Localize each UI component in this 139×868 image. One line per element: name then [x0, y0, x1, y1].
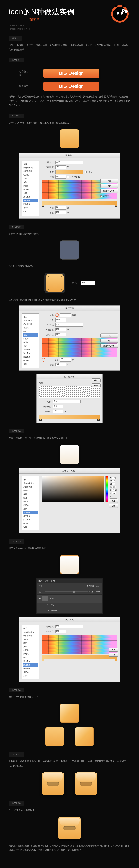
tab-channels[interactable]: 通道	[45, 580, 49, 582]
compare-label-gradient: 渐变色填充	[19, 70, 30, 76]
gradient-editor-bar[interactable]	[42, 200, 117, 205]
cancel-button[interactable]: 取消	[109, 653, 118, 656]
page-subtitle: （渐变篇）	[9, 18, 61, 22]
cancel-button[interactable]: 取消	[109, 504, 118, 508]
logo-flat-demo: BIG Design	[44, 82, 99, 91]
step-tag: STEP 06	[9, 688, 24, 692]
color-picker-panel: 拾色器（纯色） 样式混合选项:默认斜面和浮雕 等高线纹理描边 内阴影内发光光泽 …	[19, 468, 120, 533]
intro-text: 折乱，UI设计师，分享了一种常成风格，个做过细致的考察，但以观察而言，无论是手机…	[9, 43, 130, 52]
step3-text: 刻制一个图形，随便行个颜色。	[9, 232, 130, 236]
step1-text: 简单解，其实所谓渐变于是这用相类渐变色彩中车，无论界面其他设计元，清精组还是纯中…	[9, 95, 130, 107]
blend-mode-select[interactable]: 正常	[55, 161, 83, 164]
gradient-stops[interactable]	[39, 414, 100, 419]
author-meta: New helloworld10Home helloworld.com.cm	[9, 24, 130, 30]
color-field[interactable]	[42, 476, 104, 502]
intro-tag: 写在前	[9, 36, 22, 41]
cancel-button[interactable]: 取消	[101, 184, 118, 188]
gradient-editor-panel: 渐变编辑器 预设 名称:自定 渐变类型:实底 平滑度:100% 确定 取消	[36, 374, 103, 423]
fill-input[interactable]: 0%	[81, 281, 95, 285]
logo-gradient-demo: BIG Design	[44, 69, 99, 78]
step-tag: STEP 02	[9, 114, 24, 118]
visibility-icon[interactable]: 👁	[39, 597, 41, 600]
step-tag: STEP 03	[9, 225, 24, 229]
cancel-button[interactable]: 取消	[101, 339, 118, 343]
new-style-button[interactable]: 新建样式(W)...	[101, 189, 118, 193]
icon-demo-frame	[45, 273, 65, 293]
step-tag: STEP 05	[9, 539, 24, 544]
icon-variant	[75, 727, 94, 746]
scale-input[interactable]: 100	[55, 211, 66, 214]
icon-demo-bordered	[60, 555, 79, 574]
icon-final-v2	[75, 772, 97, 795]
step-tag: STEP 01	[9, 58, 24, 62]
style-list[interactable]: 样式混合选项:默认斜面和浮雕 等高线纹理描边 内阴影内发光光泽 颜色叠加渐变叠加…	[22, 161, 39, 216]
eye-icon[interactable]: 👁	[47, 604, 49, 606]
layer-thumbnail	[42, 596, 48, 601]
icon-demo-highlight	[60, 445, 79, 464]
style-select[interactable]: 线性	[55, 175, 66, 179]
hue-slider[interactable]	[106, 476, 108, 502]
icon-variant	[45, 727, 64, 746]
icon-demo-base	[60, 129, 79, 148]
position-select[interactable]: 外部	[55, 318, 66, 322]
tab-paths[interactable]: 路径	[51, 580, 55, 582]
ok-button[interactable]: 确定	[109, 499, 118, 503]
tab-layers[interactable]: 图层	[38, 580, 42, 582]
size-input[interactable]: 3	[60, 313, 71, 317]
layer-style-panel-stroke: 图层样式 样式混合选项:默认斜面和浮雕 等高线纹理 描边 内阴影内发光光泽 颜色…	[19, 305, 120, 371]
fill-label: 填充：	[72, 281, 79, 284]
step2-text: 以一个文件单名，制作个图标，建女初对图者中会位置箱好处。	[9, 121, 130, 125]
compare-label-flat: 纯色填充	[19, 85, 30, 88]
layer-style-panel: 图层样式 样式混合选项:默认斜面和浮雕 等高线纹理描边 内阴影内发光光泽 颜色叠…	[19, 153, 120, 219]
mascot-logo: No.1	[111, 5, 129, 23]
new-style-button[interactable]: 新建样式(W)...	[101, 344, 118, 348]
ok-button[interactable]: 确定	[101, 334, 118, 338]
angle-input[interactable]: 90	[55, 206, 66, 210]
ok-button[interactable]: 确定	[91, 378, 101, 382]
ok-button[interactable]: 确定	[109, 648, 118, 652]
opacity-input[interactable]: 100	[55, 165, 66, 169]
icon-demo-shine	[60, 704, 79, 723]
preset-grid[interactable]	[39, 386, 100, 398]
layer-row[interactable]: 👁 原稿 fx	[37, 595, 102, 602]
layer-style-panel: 图层样式 样式混合选项:默认斜面和浮雕 等高线纹理描边 内阴影内发光光泽 颜色叠…	[19, 617, 120, 682]
icon-final-v1	[42, 772, 64, 795]
step-tag: STEP 08	[9, 801, 24, 806]
icon-final-complete	[58, 817, 81, 839]
step-tag: STEP 04	[9, 429, 24, 433]
gradient-picker[interactable]	[55, 170, 83, 174]
style-list[interactable]: 样式混合选项:默认斜面和浮雕 等高线纹理描边 内阴影内发光光泽 颜色叠加渐变叠加…	[22, 476, 39, 530]
layer-opacity-value[interactable]: 30%	[96, 585, 100, 587]
step-tag: STEP 07	[9, 752, 24, 757]
ok-button[interactable]: 确定	[101, 179, 118, 183]
layers-panel: 图层 通道 路径 正常 不透明度: 30% 锁定: 填充:100% 👁 原稿 f…	[36, 579, 103, 614]
lock-controls[interactable]	[45, 591, 88, 592]
cancel-button[interactable]: 取消	[91, 383, 101, 388]
style-list[interactable]: 样式混合选项:默认斜面和浮雕 等高线纹理 描边 内阴影内发光光泽 颜色叠加渐变叠…	[22, 313, 39, 368]
icon-demo-copy	[60, 241, 79, 259]
eye-icon[interactable]: 👁	[47, 610, 49, 612]
gradient-name-input[interactable]: 自定	[53, 400, 81, 403]
